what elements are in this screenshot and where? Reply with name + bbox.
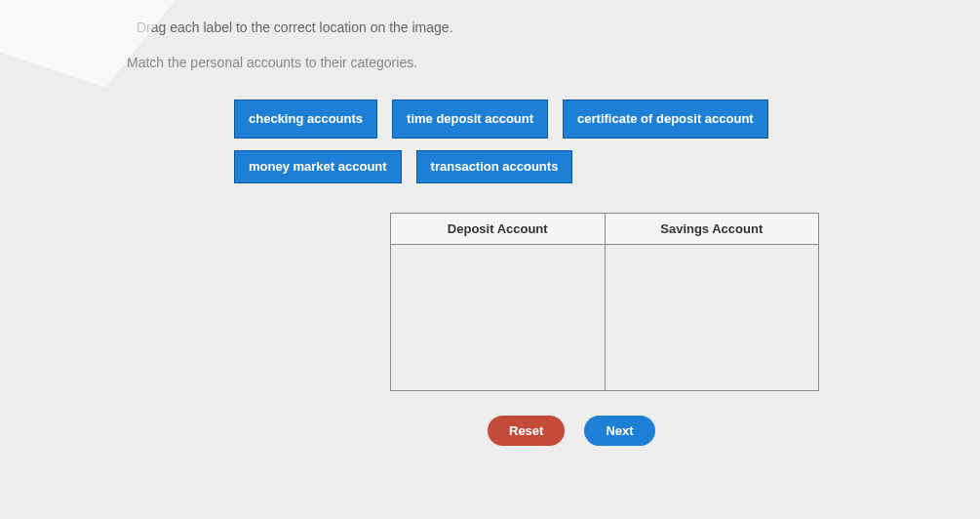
column-header-deposit-account: Deposit Account — [391, 213, 606, 244]
label-transaction-accounts[interactable]: transaction accounts — [416, 150, 573, 183]
drop-zone-savings-account[interactable] — [605, 244, 819, 390]
draggable-labels-area: checking accounts time deposit account c… — [234, 100, 941, 183]
drop-target-table: Deposit Account Savings Account — [390, 213, 819, 391]
column-header-savings-account: Savings Account — [605, 213, 819, 244]
reset-button[interactable]: Reset — [488, 416, 565, 446]
label-row-1: checking accounts time deposit account c… — [234, 100, 941, 139]
label-time-deposit-account[interactable]: time deposit account — [392, 100, 548, 139]
label-row-2: money market account transaction account… — [234, 150, 941, 183]
instruction-secondary: Match the personal accounts to their cat… — [127, 55, 941, 70]
label-money-market-account[interactable]: money market account — [234, 150, 402, 183]
drop-zone-deposit-account[interactable] — [391, 244, 606, 390]
glare-overlay — [0, 0, 176, 88]
label-certificate-of-deposit-account[interactable]: certificate of deposit account — [563, 100, 768, 139]
action-buttons: Reset Next — [488, 416, 941, 446]
label-checking-accounts[interactable]: checking accounts — [234, 100, 377, 139]
next-button[interactable]: Next — [584, 416, 654, 446]
instruction-primary: Drag each label to the correct location … — [137, 20, 941, 35]
